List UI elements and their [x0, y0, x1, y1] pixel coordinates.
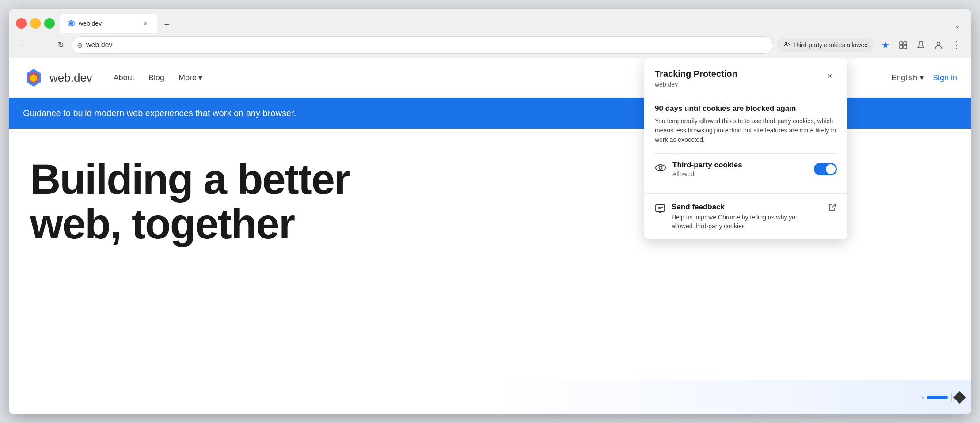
tab-title: web.dev: [79, 20, 138, 27]
popup-title: Tracking Protection: [655, 69, 823, 79]
tracking-eye-icon: 👁: [783, 41, 790, 49]
cookies-notice: 90 days until cookies are blocked again …: [655, 104, 837, 144]
popup-close-button[interactable]: ×: [823, 69, 837, 83]
svg-rect-5: [904, 45, 907, 49]
tracking-badge-label: Third-party cookies allowed: [793, 42, 868, 49]
svg-point-11: [659, 166, 662, 170]
svg-rect-2: [900, 42, 903, 45]
menu-button[interactable]: ⋮: [948, 37, 964, 53]
feedback-info: Send feedback Help us improve Chrome by …: [672, 203, 821, 230]
popup-title-section: Tracking Protection web.dev: [655, 69, 823, 88]
lab-icon-button[interactable]: [913, 37, 929, 53]
popup-header: Tracking Protection web.dev ×: [644, 58, 847, 95]
hero-heading-line1: Building a better: [30, 155, 349, 203]
address-input[interactable]: ⊕ web.dev: [72, 36, 773, 54]
cookies-notice-title: 90 days until cookies are blocked again: [655, 104, 837, 113]
tab-bar-right: ⌄: [950, 19, 964, 33]
svg-point-6: [937, 42, 940, 45]
browser-window: web.dev × + ⌄ ← → ↻ ⊕ web.dev 👁 Third-pa…: [9, 9, 971, 414]
extensions-button[interactable]: [895, 37, 911, 53]
maximize-window-button[interactable]: [44, 18, 55, 29]
logo-text: web.dev: [49, 71, 92, 85]
traffic-lights: [16, 18, 55, 29]
svg-rect-3: [904, 42, 907, 45]
tab-bar: web.dev × + ⌄: [60, 14, 964, 33]
scroll-up-icon: ∧: [921, 394, 925, 400]
svg-marker-1: [69, 21, 73, 26]
back-button[interactable]: ←: [16, 38, 31, 53]
toolbar-icons: ★ ⋮: [877, 37, 964, 53]
popup-domain: web.dev: [655, 81, 823, 88]
language-button[interactable]: English ▾: [891, 73, 924, 83]
cookie-status: Allowed: [672, 170, 808, 178]
site-nav-links: About Blog More ▾: [114, 73, 202, 83]
page-bottom: ∧: [9, 380, 971, 414]
nav-more-link[interactable]: More ▾: [179, 73, 202, 83]
cookie-eye-icon: [655, 162, 666, 176]
nav-right: English ▾ Sign in: [891, 73, 957, 83]
feedback-title: Send feedback: [672, 203, 821, 212]
feedback-row: Send feedback Help us improve Chrome by …: [644, 194, 847, 239]
svg-rect-4: [900, 45, 903, 49]
site-logo[interactable]: web.dev: [23, 67, 92, 88]
title-bar: web.dev × + ⌄: [9, 9, 971, 33]
language-label: English: [891, 73, 917, 83]
close-window-button[interactable]: [16, 18, 27, 29]
svg-rect-12: [656, 205, 665, 211]
address-text: web.dev: [86, 41, 113, 49]
tab-favicon: [67, 19, 75, 27]
cookie-label: Third-party cookies: [672, 161, 808, 170]
tab-list-button[interactable]: ⌄: [950, 19, 964, 33]
tracking-protection-badge[interactable]: 👁 Third-party cookies allowed: [777, 38, 874, 52]
cookies-notice-desc: You temporarily allowed this site to use…: [655, 117, 837, 144]
new-tab-button[interactable]: +: [159, 17, 175, 33]
scroll-indicator: ∧: [921, 394, 948, 400]
nav-more-arrow: ▾: [198, 73, 202, 83]
sign-in-button[interactable]: Sign in: [933, 73, 957, 83]
hero-heading-line2: web, together: [30, 200, 294, 247]
address-bar: ← → ↻ ⊕ web.dev 👁 Third-party cookies al…: [9, 33, 971, 58]
cookie-info: Third-party cookies Allowed: [672, 161, 808, 178]
security-icon: ⊕: [77, 41, 83, 49]
page-content: web.dev About Blog More ▾ English ▾ Sign…: [9, 58, 971, 414]
popup-body: 90 days until cookies are blocked again …: [644, 95, 847, 193]
feedback-icon: [655, 204, 665, 217]
feedback-external-link-icon[interactable]: [827, 203, 837, 215]
feedback-desc: Help us improve Chrome by telling us why…: [672, 213, 821, 230]
minimize-window-button[interactable]: [30, 18, 41, 29]
scroll-active-indicator: [927, 396, 948, 399]
reload-button[interactable]: ↻: [53, 38, 68, 53]
profile-button[interactable]: [931, 37, 946, 53]
nav-more-label: More: [179, 73, 197, 83]
scroll-separator: [951, 393, 952, 402]
diamond-shape: [953, 391, 966, 404]
active-tab[interactable]: web.dev ×: [60, 14, 157, 33]
cookie-toggle[interactable]: [814, 163, 837, 175]
nav-blog-link[interactable]: Blog: [148, 73, 164, 83]
language-arrow-icon: ▾: [920, 73, 924, 83]
nav-about-link[interactable]: About: [114, 73, 134, 83]
forward-button[interactable]: →: [34, 38, 49, 53]
tracking-protection-popup: Tracking Protection web.dev × 90 days un…: [644, 58, 847, 239]
cookie-row: Third-party cookies Allowed: [655, 153, 837, 185]
bookmark-star-button[interactable]: ★: [877, 37, 893, 53]
tab-close-button[interactable]: ×: [141, 19, 150, 28]
